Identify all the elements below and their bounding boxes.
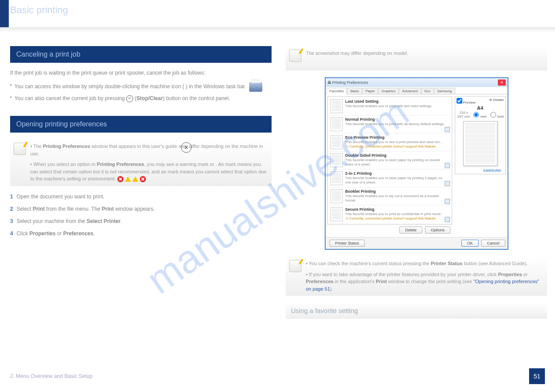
paper-size: A4 [457, 105, 504, 111]
warning-icon [125, 176, 131, 182]
chapter-label: 2. Menu Overview and Basic Setup [10, 373, 92, 379]
subsection-favorite: Using a favorite setting [286, 302, 547, 319]
section-cancel-heading: Canceling a print job [10, 46, 272, 63]
note-screenshot: The screenshot may differ depending on m… [286, 46, 547, 71]
note-icon [14, 143, 26, 155]
favorite-item[interactable]: Last Used SettingThis favorite enables y… [329, 97, 451, 115]
samsung-logo: SAMSUNG [457, 169, 504, 173]
cancel-li2: You can also cancel the current job by p… [15, 94, 230, 102]
printing-preferences-dialog: 🖶 Printing Preferences ✕ FavoritesBasicP… [325, 77, 508, 250]
tab-basic[interactable]: Basic [347, 88, 362, 94]
favorite-item[interactable]: 2-in-1 PrintingThis favorite enables you… [329, 169, 451, 187]
close-ad-button[interactable]: ✕ [181, 142, 192, 153]
details-link[interactable]: ⊕ Details [489, 98, 504, 104]
unit-inch[interactable]: inch [488, 111, 504, 119]
preview-checkbox[interactable]: Preview [457, 98, 475, 104]
error-icon [140, 176, 146, 182]
stop-clear-icon: ✕ [126, 95, 133, 102]
printer-status-button[interactable]: Printer Status [330, 240, 365, 247]
note-status: • You can check the machine's current st… [286, 256, 547, 296]
step-2: 2Select Print from the file menu. The Pr… [10, 205, 272, 213]
tab-eco[interactable]: Eco [421, 88, 434, 94]
options-button[interactable]: Options [425, 227, 450, 234]
favorite-item[interactable]: Booklet PrintingThis favorite enables yo… [329, 187, 451, 205]
error-icon [117, 176, 123, 182]
tab-samsung[interactable]: Samsung [434, 88, 455, 94]
note-icon [289, 50, 301, 62]
printer-icon [249, 82, 262, 92]
page-number: 51 [529, 368, 545, 384]
dialog-title: Printing Preferences [332, 80, 368, 85]
favorite-item[interactable]: Eco Preview PrintingThis favorite enable… [329, 133, 451, 151]
note-pref: • The Printing Preferences window that a… [10, 139, 272, 186]
favorite-item[interactable]: Secure PrintingThis favorite enables you… [329, 205, 451, 223]
note-icon [289, 260, 301, 272]
tab-advanced[interactable]: Advanced [399, 88, 421, 94]
step-3: 3Select your machine from the Select Pri… [10, 217, 272, 225]
step-4: 4Click Properties or Preferences. [10, 230, 272, 237]
ok-button[interactable]: OK [461, 240, 479, 247]
close-button[interactable]: ✕ [498, 79, 506, 86]
unit-mm[interactable]: mm [471, 111, 486, 119]
warning-icon [132, 176, 138, 182]
tab-paper[interactable]: Paper [363, 88, 378, 94]
cancel-li1: You can access this window by simply dou… [15, 82, 264, 92]
section-pref-heading: Opening printing preferences [10, 116, 272, 133]
tab-favorites[interactable]: Favorites [326, 88, 347, 94]
delete-button[interactable]: Delete [399, 227, 422, 234]
cancel-intro: If the print job is waiting in the print… [10, 69, 272, 77]
favorite-item[interactable]: Double Sided PrintingThis favorite enabl… [329, 151, 451, 169]
tab-graphics[interactable]: Graphics [378, 88, 399, 94]
page-title: Basic printing [10, 4, 68, 16]
favorite-item[interactable]: Normal PrintingThis favorite enables you… [329, 115, 451, 133]
cancel-button[interactable]: Cancel [481, 240, 505, 247]
step-1: 1Open the document you want to print. [10, 193, 272, 201]
